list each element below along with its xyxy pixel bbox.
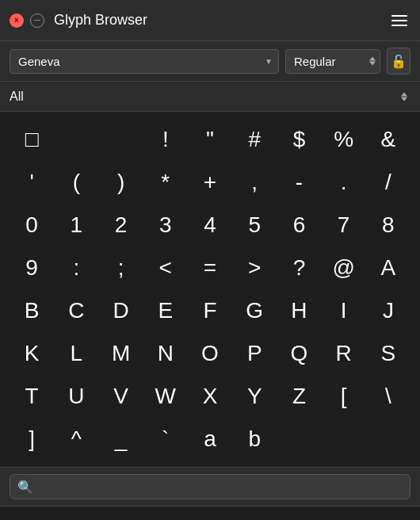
glyph-cell[interactable]: = [188, 247, 232, 289]
glyph-cell[interactable]: H [277, 289, 321, 332]
hamburger-line-1 [391, 15, 407, 17]
glyph-cell[interactable]: C [54, 289, 98, 332]
glyph-cell[interactable]: 5 [232, 204, 277, 247]
glyph-cell[interactable]: - [277, 161, 321, 204]
glyph-cell[interactable]: : [54, 247, 98, 289]
glyph-cell[interactable]: R [322, 332, 366, 375]
glyph-cell[interactable]: " [188, 118, 232, 161]
style-select[interactable]: Regular Bold Italic Bold Italic [285, 49, 380, 74]
glyph-cell[interactable]: @ [322, 247, 366, 289]
search-input[interactable] [10, 474, 410, 499]
glyph-cell[interactable] [54, 118, 98, 161]
glyph-cell[interactable]: T [10, 375, 54, 418]
glyph-cell[interactable]: W [143, 375, 188, 418]
glyph-cell[interactable]: I [322, 289, 366, 332]
title-bar: × Glyph Browser [0, 0, 420, 41]
category-row: All Letters Numbers Punctuation Symbols … [0, 82, 420, 112]
style-select-wrapper: Regular Bold Italic Bold Italic [285, 49, 380, 74]
glyph-cell[interactable]: > [232, 247, 277, 289]
glyph-cell[interactable]: _ [98, 418, 143, 461]
font-select-wrapper: Geneva Arial Helvetica Times New Roman ▼ [10, 49, 279, 74]
glyph-cell[interactable]: X [188, 375, 232, 418]
special-glyph-cell[interactable]: ® [10, 513, 52, 520]
glyph-cell[interactable]: * [143, 161, 188, 204]
menu-button[interactable] [388, 12, 410, 29]
main-content: Geneva Arial Helvetica Times New Roman ▼… [0, 41, 420, 520]
glyph-cell[interactable]: ? [277, 247, 321, 289]
glyph-cell[interactable]: S [366, 332, 410, 375]
glyph-cell[interactable]: E [143, 289, 188, 332]
glyph-cell[interactable]: D [98, 289, 143, 332]
glyph-cell[interactable]: 1 [54, 204, 98, 247]
glyph-cell[interactable]: # [232, 118, 277, 161]
search-icon: 🔍 [17, 480, 33, 495]
glyph-cell[interactable]: K [10, 332, 54, 375]
glyph-cell[interactable]: 2 [98, 204, 143, 247]
glyph-cell[interactable]: Y [232, 375, 277, 418]
glyph-cell[interactable]: ) [98, 161, 143, 204]
glyph-cell[interactable]: 3 [143, 204, 188, 247]
search-input-wrapper: 🔍 [10, 474, 410, 499]
close-icon: × [14, 16, 19, 25]
font-controls-row: Geneva Arial Helvetica Times New Roman ▼… [0, 41, 420, 82]
glyph-grid: □ !"#$%&'()*+,-./0123456789:;<=>?@ABCDEF… [0, 112, 420, 467]
font-select[interactable]: Geneva Arial Helvetica Times New Roman [10, 49, 279, 74]
glyph-cell[interactable]: ] [10, 418, 54, 461]
hamburger-line-3 [391, 25, 407, 26]
glyph-cell[interactable]: N [143, 332, 188, 375]
category-select-wrapper: All Letters Numbers Punctuation Symbols … [10, 86, 410, 106]
glyph-cell[interactable]: / [366, 161, 410, 204]
glyph-cell[interactable]: \ [366, 375, 410, 418]
glyph-cell[interactable]: Z [277, 375, 321, 418]
app-title: Glyph Browser [54, 12, 388, 29]
glyph-cell[interactable]: 8 [366, 204, 410, 247]
glyph-cell[interactable]: . [322, 161, 366, 204]
glyph-cell[interactable]: < [143, 247, 188, 289]
search-row: 🔍 [0, 467, 420, 507]
lock-button[interactable]: 🔓 [387, 48, 410, 75]
glyph-cell[interactable]: + [188, 161, 232, 204]
glyph-cell[interactable]: U [54, 375, 98, 418]
glyph-cell[interactable]: $ [277, 118, 321, 161]
minimize-button[interactable] [30, 13, 44, 28]
glyph-cell[interactable]: ; [98, 247, 143, 289]
hamburger-line-2 [391, 20, 407, 21]
special-glyph-cell[interactable]: ™ [95, 513, 138, 520]
glyph-cell[interactable]: L [54, 332, 98, 375]
glyph-cell[interactable]: Q [277, 332, 321, 375]
glyph-cell[interactable]: b [232, 418, 277, 461]
glyph-cell[interactable]: P [232, 332, 277, 375]
glyph-cell[interactable]: , [232, 161, 277, 204]
glyph-cell[interactable]: ( [54, 161, 98, 204]
glyph-cell[interactable]: V [98, 375, 143, 418]
glyph-cell[interactable]: & [366, 118, 410, 161]
glyph-cell[interactable]: [ [322, 375, 366, 418]
glyph-cell[interactable]: 4 [188, 204, 232, 247]
special-glyph-cell[interactable]: © [52, 513, 95, 520]
category-select[interactable]: All Letters Numbers Punctuation Symbols … [10, 86, 410, 106]
glyph-cell[interactable]: ` [143, 418, 188, 461]
special-glyphs-row: ®©™ [0, 507, 420, 520]
glyph-cell[interactable]: □ [10, 118, 54, 161]
glyph-cell[interactable]: J [366, 289, 410, 332]
glyph-cell[interactable]: F [188, 289, 232, 332]
glyph-cell[interactable]: G [232, 289, 277, 332]
glyph-cell[interactable]: 7 [322, 204, 366, 247]
glyph-cell[interactable]: M [98, 332, 143, 375]
glyph-cell[interactable]: ! [143, 118, 188, 161]
lock-icon: 🔓 [391, 54, 407, 69]
glyph-cell[interactable]: A [366, 247, 410, 289]
glyph-cell[interactable]: ^ [54, 418, 98, 461]
glyph-cell[interactable]: 9 [10, 247, 54, 289]
glyph-cell[interactable] [98, 118, 143, 161]
glyph-cell[interactable]: a [188, 418, 232, 461]
glyph-cell[interactable]: B [10, 289, 54, 332]
glyph-cell[interactable]: 6 [277, 204, 321, 247]
glyph-cell[interactable]: ' [10, 161, 54, 204]
glyph-cell[interactable]: % [322, 118, 366, 161]
glyph-cell[interactable]: O [188, 332, 232, 375]
window-controls: × [10, 13, 44, 28]
glyph-cell[interactable]: 0 [10, 204, 54, 247]
close-button[interactable]: × [10, 13, 24, 28]
